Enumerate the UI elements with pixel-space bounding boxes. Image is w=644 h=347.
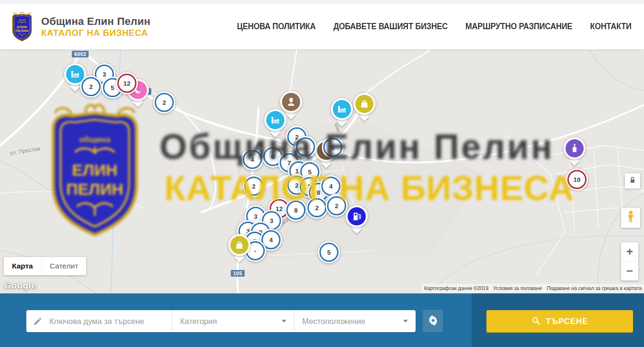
map-canvas[interactable]: 6002105 ул. Преславбул. „Новоселции" 325… xyxy=(0,50,644,293)
map-type-control: Карта Сателит xyxy=(4,257,86,275)
attribution-link[interactable]: Условия за ползване xyxy=(491,284,544,292)
nav-item-2[interactable]: МАРШРУТНО РАЗПИСАНИЕ xyxy=(465,22,572,32)
search-button-label: ТЪРСЕНЕ xyxy=(546,317,588,326)
map-type-map-button[interactable]: Карта xyxy=(4,257,41,275)
keyword-section xyxy=(26,310,172,332)
advanced-settings-button[interactable] xyxy=(423,310,443,332)
brand-text: Община Елин Пелин КАТАЛОГ НА БИЗНЕСА xyxy=(41,15,150,38)
pegman-icon xyxy=(624,210,637,226)
header: община ЕЛИН ПЕЛИН Община Елин Пелин КАТА… xyxy=(0,4,644,50)
chevron-down-icon xyxy=(282,320,286,323)
pencil-icon xyxy=(33,316,43,326)
category-pin-bag[interactable] xyxy=(228,234,251,263)
nav-item-0[interactable]: ЦЕНОВА ПОЛИТИКА xyxy=(237,22,316,32)
location-dropdown-label: Местоположение xyxy=(302,317,365,326)
map-attribution: Картографски данни ©2019Условия за ползв… xyxy=(422,284,644,292)
zoom-out-button[interactable]: − xyxy=(621,262,638,281)
municipality-crest-logo: община ЕЛИН ПЕЛИН xyxy=(10,11,34,42)
street-view-pegman[interactable] xyxy=(621,208,640,228)
lock-icon xyxy=(628,175,637,187)
lock-control[interactable] xyxy=(625,173,640,189)
svg-text:ПЕЛИН: ПЕЛИН xyxy=(15,29,29,33)
search-panel: Категория Местоположение xyxy=(26,310,416,332)
pin-disc xyxy=(228,234,250,256)
brand[interactable]: община ЕЛИН ПЕЛИН Община Елин Пелин КАТА… xyxy=(10,11,150,42)
keyword-search-input[interactable] xyxy=(48,316,165,326)
location-dropdown[interactable]: Местоположение xyxy=(294,310,416,332)
category-pin-fuel[interactable] xyxy=(345,205,368,234)
search-button[interactable]: ТЪРСЕНЕ xyxy=(486,310,633,333)
pin-disc xyxy=(346,205,368,227)
zoom-in-button[interactable]: + xyxy=(621,242,638,262)
site-title: Община Елин Пелин xyxy=(41,15,150,27)
category-dropdown-label: Категория xyxy=(180,317,217,326)
attribution-link[interactable]: Подаване на сигнал за грешка в картата xyxy=(544,284,644,292)
fuel-icon xyxy=(348,207,366,225)
nav-item-3[interactable]: КОНТАКТИ xyxy=(590,22,632,32)
gear-icon xyxy=(428,315,439,327)
chevron-down-icon xyxy=(403,320,408,323)
bag-icon xyxy=(230,236,249,254)
category-dropdown[interactable]: Категория xyxy=(172,310,294,332)
map-type-satellite-button[interactable]: Сателит xyxy=(41,257,86,275)
main-nav: ЦЕНОВА ПОЛИТИКАДОБАВЕТЕ ВАШИЯТ БИЗНЕСМАР… xyxy=(237,22,632,31)
map-data-copyright: Картографски данни ©2019 xyxy=(422,284,491,292)
search-bar: Категория Местоположение ТЪРСЕНЕ xyxy=(0,293,644,347)
site-subtitle: КАТАЛОГ НА БИЗНЕСА xyxy=(41,28,150,38)
search-icon xyxy=(531,316,541,327)
category-pins-front-layer xyxy=(0,50,644,293)
svg-text:община: община xyxy=(19,19,26,21)
nav-item-1[interactable]: ДОБАВЕТЕ ВАШИЯТ БИЗНЕС xyxy=(333,22,448,32)
google-logo[interactable]: Google xyxy=(4,280,36,291)
zoom-control: + − xyxy=(621,242,638,280)
svg-text:ЕЛИН: ЕЛИН xyxy=(17,24,27,29)
